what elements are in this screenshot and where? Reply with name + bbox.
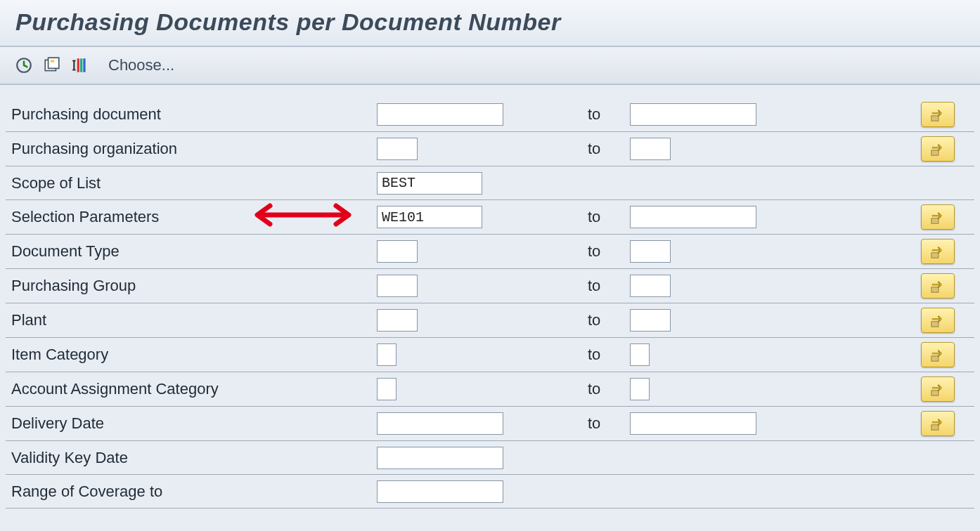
row-plant: Plantto [6,303,974,338]
label-delivdate: Delivery Date [11,414,377,433]
selparam-from-input[interactable] [377,206,482,228]
row-rangecov: Range of Coverage to [6,475,974,509]
delivdate-from-input[interactable] [377,412,503,435]
doctype-to-input[interactable] [630,240,671,263]
svg-rect-10 [931,218,939,223]
svg-rect-6 [83,58,85,72]
svg-rect-7 [931,116,939,121]
porg-to-label: to [588,140,630,158]
row-pgroup: Purchasing Groupto [6,269,974,303]
svg-rect-4 [77,58,79,72]
pgroup-to-label: to [588,277,630,295]
annotation-arrow-icon [250,203,356,231]
svg-rect-5 [80,58,82,72]
delivdate-to-label: to [588,414,630,433]
row-purchdoc: Purchasing documentto [6,98,974,132]
row-delivdate: Delivery Dateto [6,407,974,441]
valkey-from-input[interactable] [377,447,503,469]
acctasg-to-label: to [588,380,630,398]
itemcat-from-input[interactable] [377,343,396,366]
delivdate-to-input[interactable] [630,412,756,435]
choose-button[interactable]: Choose... [108,56,174,74]
selparam-multiple-selection-button[interactable] [921,204,955,230]
porg-to-input[interactable] [630,138,671,160]
porg-from-input[interactable] [377,138,418,160]
itemcat-to-label: to [588,346,630,364]
svg-rect-14 [931,356,939,361]
selparam-to-input[interactable] [630,206,756,228]
plant-to-label: to [588,311,630,329]
row-porg: Purchasing organizationto [6,132,974,166]
svg-rect-3 [51,60,54,62]
selection-form: Purchasing documenttoPurchasing organiza… [0,85,980,509]
label-porg: Purchasing organization [11,140,377,158]
label-scope: Scope of List [11,174,377,192]
pgroup-multiple-selection-button[interactable] [921,273,955,299]
row-itemcat: Item Categoryto [6,338,974,372]
delivdate-multiple-selection-button[interactable] [921,411,955,436]
svg-rect-15 [931,391,939,395]
row-valkey: Validity Key Date [6,441,974,475]
plant-multiple-selection-button[interactable] [921,308,955,333]
toolbar: Choose... [0,47,980,85]
variant-icon[interactable] [42,55,62,75]
label-doctype: Document Type [11,242,377,261]
row-doctype: Document Typeto [6,235,974,269]
acctasg-to-input[interactable] [630,378,650,400]
plant-from-input[interactable] [377,309,418,332]
porg-multiple-selection-button[interactable] [921,136,955,162]
purchdoc-multiple-selection-button[interactable] [921,102,955,127]
label-rangecov: Range of Coverage to [11,483,377,501]
label-itemcat: Item Category [11,346,377,364]
purchdoc-to-input[interactable] [630,103,756,126]
itemcat-to-input[interactable] [630,343,650,366]
acctasg-multiple-selection-button[interactable] [921,376,955,402]
svg-rect-11 [931,253,939,258]
dynamic-selection-icon[interactable] [70,55,90,75]
svg-rect-8 [931,150,939,155]
rangecov-from-input[interactable] [377,480,503,503]
pgroup-from-input[interactable] [377,275,418,297]
svg-rect-13 [931,322,939,327]
row-selparam: Selection Parametersto [6,200,974,235]
purchdoc-from-input[interactable] [377,103,503,126]
label-acctasg: Account Assignment Category [11,380,377,398]
itemcat-multiple-selection-button[interactable] [921,342,955,367]
svg-rect-2 [49,58,59,68]
label-plant: Plant [11,311,377,329]
plant-to-input[interactable] [630,309,671,332]
acctasg-from-input[interactable] [377,378,396,400]
svg-rect-12 [931,287,939,292]
doctype-multiple-selection-button[interactable] [921,239,955,264]
pgroup-to-input[interactable] [630,275,671,297]
execute-icon[interactable] [14,55,34,75]
page-title: Purchasing Documents per Document Number [15,8,965,36]
label-purchdoc: Purchasing document [11,105,377,124]
row-scope: Scope of List [6,166,974,200]
label-selparam: Selection Parameters [11,208,377,226]
label-pgroup: Purchasing Group [11,277,377,295]
title-bar: Purchasing Documents per Document Number [0,0,980,47]
label-valkey: Validity Key Date [11,449,377,467]
scope-from-input[interactable] [377,172,482,195]
svg-rect-16 [931,425,939,430]
purchdoc-to-label: to [588,105,630,124]
row-acctasg: Account Assignment Categoryto [6,372,974,407]
doctype-to-label: to [588,242,630,261]
doctype-from-input[interactable] [377,240,418,263]
selparam-to-label: to [588,208,630,226]
